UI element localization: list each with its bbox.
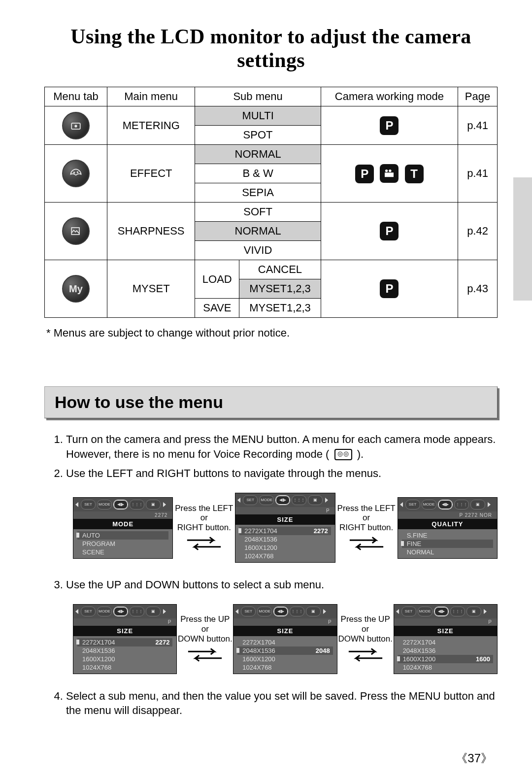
icon-effect (45, 145, 107, 203)
sub-spot: SPOT (195, 126, 321, 145)
sub-load: LOAD (195, 260, 239, 299)
mode-effect: P T (321, 145, 458, 203)
sub-load-myset: MYSET1,2,3 (239, 279, 321, 299)
icon-metering (45, 106, 107, 145)
th-mode: Camera working mode (321, 87, 458, 106)
nav-arrows: Press the LEFT orRIGHT button. (173, 504, 235, 552)
p-badge: P (355, 165, 374, 183)
lcd-screen: SETMODE◀▮▸⋮⋮⋮▣ P 2272 NOR QUALITY S.FINE… (398, 497, 498, 559)
svg-point-1 (75, 125, 77, 127)
step-4: Select a sub menu, and then the value yo… (66, 689, 498, 718)
t-badge: T (405, 165, 424, 183)
sub-vivid: VIVID (195, 241, 321, 260)
sub-cancel: CANCEL (239, 260, 321, 279)
sub-sepia: SEPIA (195, 183, 321, 203)
svg-rect-4 (385, 172, 394, 177)
main-metering: METERING (107, 106, 195, 145)
lcd-screen: SETMODE◀▮▸⋮⋮⋮▣ P SIZE 2272X17042048X1536… (394, 604, 498, 674)
lcd-screen: SETMODE◀▮▸⋮⋮⋮▣ P SIZE 2272X170422722048X… (73, 604, 177, 674)
sub-normal2: NORMAL (195, 222, 321, 241)
page-number: 37 (456, 750, 493, 766)
svg-point-6 (389, 169, 392, 171)
icon-sharpness (45, 203, 107, 260)
step-3: Use the UP and DOWN buttons to select a … (66, 577, 498, 592)
footnote: * Menus are subject to change without pr… (46, 327, 498, 340)
movie-badge (380, 164, 399, 183)
settings-table: Menu tab Main menu Sub menu Camera worki… (44, 87, 498, 318)
sub-save-myset: MYSET1,2,3 (239, 299, 321, 318)
page-sharp: p.42 (458, 203, 498, 260)
main-sharp: SHARPNESS (107, 203, 195, 260)
page-title: Using the LCD monitor to adjust the came… (44, 25, 498, 72)
side-thumb-tab (513, 177, 532, 301)
lcd-tabstrip: SETMODE◀▮▸⋮⋮⋮▣ (394, 605, 497, 618)
step-1: Turn on the camera and press the MENU bu… (66, 432, 498, 461)
lcd-screen: SETMODE◀▮▸⋮⋮⋮▣ P SIZE 2272X170422722048X… (235, 493, 335, 563)
svg-point-5 (385, 169, 388, 171)
p-badge: P (380, 116, 399, 135)
steps-list-3: Use the UP and DOWN buttons to select a … (44, 577, 498, 592)
main-myset: MYSET (107, 260, 195, 318)
th-page: Page (458, 87, 498, 106)
sub-normal1: NORMAL (195, 145, 321, 164)
steps-list: Turn on the camera and press the MENU bu… (44, 432, 498, 481)
sub-save: SAVE (195, 299, 239, 318)
lcd-tabstrip: SETMODE◀▮▸⋮⋮⋮▣ (73, 605, 176, 618)
lcd-tabstrip: SETMODE◀▮▸⋮⋮⋮▣ (235, 493, 334, 507)
main-effect: EFFECT (107, 145, 195, 203)
steps-list-4: Select a sub menu, and then the value yo… (44, 689, 498, 718)
page-effect: p.41 (458, 145, 498, 203)
th-sub-menu: Sub menu (195, 87, 321, 106)
sub-multi: MULTI (195, 106, 321, 126)
sub-bw: B & W (195, 164, 321, 183)
lcd-screen: SETMODE◀▮▸⋮⋮⋮▣ 2272 MODE AUTOPROGRAMSCEN… (73, 497, 173, 559)
th-menu-tab: Menu tab (45, 87, 107, 106)
lcd-row-2: SETMODE◀▮▸⋮⋮⋮▣ P SIZE 2272X170422722048X… (44, 604, 498, 674)
th-main-menu: Main menu (107, 87, 195, 106)
section-heading: How to use the menu (44, 386, 498, 418)
lcd-row-1: SETMODE◀▮▸⋮⋮⋮▣ 2272 MODE AUTOPROGRAMSCEN… (44, 493, 498, 563)
voice-recording-icon: ◎◎ (334, 449, 352, 460)
p-badge: P (380, 222, 399, 240)
nav-arrows: Press the UP orDOWN button. (337, 614, 394, 663)
lcd-tabstrip: SETMODE◀▮▸⋮⋮⋮▣ (233, 605, 336, 618)
nav-arrows: Press the LEFT orRIGHT button. (335, 504, 398, 552)
mode-sharp: P (321, 203, 458, 260)
lcd-screen: SETMODE◀▮▸⋮⋮⋮▣ P SIZE 2272X17042048X1536… (233, 604, 337, 674)
mode-myset: P (321, 260, 458, 318)
svg-point-3 (77, 171, 79, 173)
icon-myset: My (45, 260, 107, 318)
page-myset: p.43 (458, 260, 498, 318)
lcd-tabstrip: SETMODE◀▮▸⋮⋮⋮▣ (73, 498, 172, 511)
step-2: Use the LEFT and RIGHT buttons to naviga… (66, 466, 498, 481)
p-badge: P (380, 279, 399, 298)
nav-arrows: Press the UP orDOWN button. (177, 614, 233, 663)
sub-soft: SOFT (195, 203, 321, 222)
mode-metering: P (321, 106, 458, 145)
lcd-tabstrip: SETMODE◀▮▸⋮⋮⋮▣ (398, 498, 497, 511)
page-metering: p.41 (458, 106, 498, 145)
svg-point-2 (73, 172, 75, 174)
